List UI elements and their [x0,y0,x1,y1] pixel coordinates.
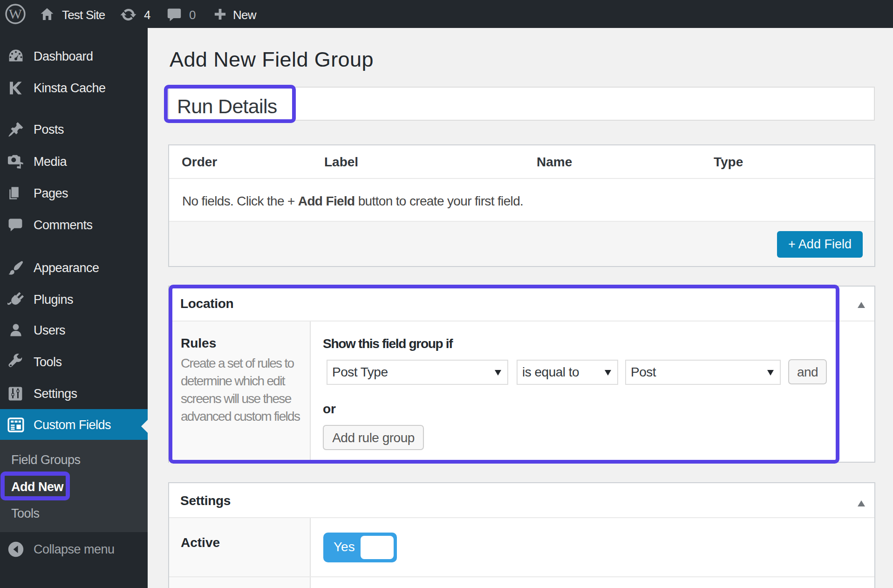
svg-text:W: W [9,6,22,21]
